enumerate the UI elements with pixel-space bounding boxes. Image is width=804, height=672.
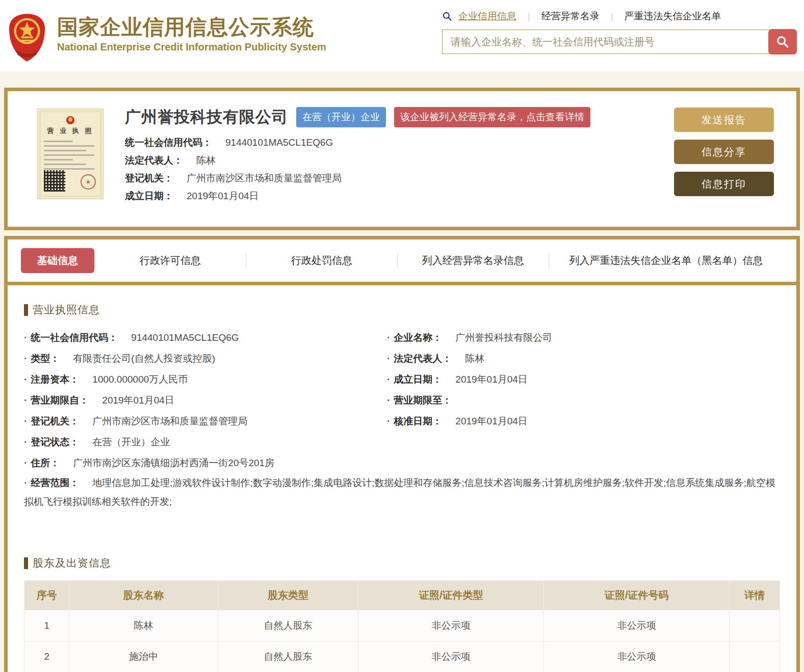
- company-name: 广州誉投科技有限公司: [125, 106, 288, 128]
- section-license-info: 营业执照信息: [24, 303, 780, 317]
- section-bar: [24, 304, 28, 316]
- site-title-zh: 国家企业信用信息公示系统: [57, 15, 326, 39]
- tab-basic-info[interactable]: 基础信息: [21, 248, 94, 273]
- field-legal-rep: 法定代表人： 陈林: [125, 154, 653, 172]
- print-info-button[interactable]: 信息打印: [674, 172, 774, 196]
- header-right: 企业信用信息 | 经营异常名录 | 严重违法失信企业名单: [442, 4, 799, 71]
- license-row: 注册资本：1000.000000万人民币 成立日期：2019年01月04日: [24, 369, 780, 390]
- nav-separator: |: [528, 11, 530, 22]
- tab-blacklist[interactable]: 列入严重违法失信企业名单（黑名单）信息: [569, 254, 763, 267]
- field-registration-authority: 登记机关： 广州市南沙区市场和质量监督管理局: [125, 172, 653, 190]
- site-header: 国家企业信用信息公示系统 National Enterprise Credit …: [0, 0, 804, 71]
- header-cert-number: 证照/证件号码: [544, 581, 730, 610]
- search-button[interactable]: [768, 29, 797, 55]
- shareholder-section: 股东及出资信息 序号 股东名称 股东类型 证照/证件类型 证照/证件号码 详情: [24, 556, 780, 672]
- header-cert-type: 证照/证件类型: [358, 581, 544, 610]
- brand-titles: 国家企业信用信息公示系统 National Enterprise Credit …: [57, 15, 326, 60]
- license-emblem-icon: [66, 116, 74, 124]
- send-report-button[interactable]: 发送报告: [674, 107, 774, 132]
- header-index: 序号: [24, 581, 69, 610]
- page-root: 国家企业信用信息公示系统 National Enterprise Credit …: [0, 0, 804, 672]
- license-row-business-scope: 经营范围：地理信息加工处理;游戏软件设计制作;数字动漫制作;集成电路设计;数据处…: [24, 473, 780, 511]
- shareholder-table: 序号 股东名称 股东类型 证照/证件类型 证照/证件号码 详情 1 陈林 自然人: [24, 580, 780, 672]
- nav-link-abnormal-list[interactable]: 经营异常名录: [541, 10, 600, 23]
- license-row: 登记状态：在营（开业）企业: [24, 432, 780, 452]
- nav-link-enterprise-credit[interactable]: 企业信用信息: [458, 10, 516, 23]
- table-row: 1 陈林 自然人股东 非公示项 非公示项: [24, 610, 780, 641]
- national-emblem-logo: [7, 12, 47, 63]
- status-badge: 在营（开业）企业: [296, 107, 386, 127]
- nav-link-blacklist[interactable]: 严重违法失信企业名单: [624, 10, 721, 23]
- search-bar: [442, 30, 797, 55]
- search-icon: [442, 11, 452, 21]
- section-bar: [24, 557, 28, 569]
- company-info: 广州誉投科技有限公司 在营（开业）企业 该企业被列入经营异常名录，点击查看详情 …: [125, 104, 653, 213]
- tab-bar: 基础信息 行政许可信息 行政处罚信息 列入经营异常名录信息 列入严重违法失信企业…: [8, 239, 796, 282]
- field-credit-code: 统一社会信用代码： 91440101MA5CL1EQ6G: [125, 136, 653, 154]
- header-shareholder-name: 股东名称: [69, 581, 218, 610]
- license-row: 登记机关：广州市南沙区市场和质量监督管理局 核准日期：2019年01月04日: [24, 411, 780, 432]
- site-title-en: National Enterprise Credit Information P…: [57, 41, 326, 53]
- license-qr-code: [44, 170, 65, 192]
- table-header-row: 序号 股东名称 股东类型 证照/证件类型 证照/证件号码 详情: [24, 581, 780, 610]
- search-input[interactable]: [442, 30, 770, 54]
- header-shareholder-type: 股东类型: [218, 581, 358, 610]
- abnormal-warning-badge[interactable]: 该企业被列入经营异常名录，点击查看详情: [394, 107, 590, 127]
- license-text-lines: [44, 141, 97, 170]
- company-summary-card: 营 业 执 照 ★ 广州誉投科技有限公司 在营（开业）企业 该企业被列入经营异常…: [4, 88, 800, 230]
- share-info-button[interactable]: 信息分享: [674, 140, 774, 164]
- tab-abnormal-list[interactable]: 列入经营异常名录信息: [422, 254, 524, 267]
- tab-admin-penalty[interactable]: 行政处罚信息: [291, 254, 352, 267]
- header-nav: 企业信用信息 | 经营异常名录 | 严重违法失信企业名单: [442, 8, 797, 24]
- license-row: 类型：有限责任公司(自然人投资或控股) 法定代表人：陈林: [24, 348, 780, 369]
- section-shareholders: 股东及出资信息: [24, 556, 780, 570]
- license-row: 住所：广州市南沙区东涌镇细沥村西涌一街20号201房: [24, 452, 780, 473]
- brand: 国家企业信用信息公示系统 National Enterprise Credit …: [5, 4, 326, 71]
- license-row: 营业期限自：2019年01月04日 营业期限至：: [24, 390, 780, 411]
- field-establish-date: 成立日期： 2019年01月04日: [125, 190, 653, 207]
- license-title: 营 业 执 照: [44, 126, 97, 136]
- action-buttons: 发送报告 信息分享 信息打印: [674, 104, 774, 213]
- detail-card: 基础信息 行政许可信息 行政处罚信息 列入经营异常名录信息 列入严重违法失信企业…: [4, 236, 800, 672]
- tab-admin-license[interactable]: 行政许可信息: [140, 254, 201, 267]
- license-seal-icon: ★: [81, 174, 96, 190]
- header-detail: 详情: [730, 581, 780, 610]
- search-button-icon: [775, 35, 790, 49]
- table-row: 2 施治中 自然人股东 非公示项 非公示项: [24, 641, 780, 672]
- tab-content: 营业执照信息 统一社会信用代码：91440101MA5CL1EQ6G 企业名称：…: [8, 282, 796, 672]
- license-row: 统一社会信用代码：91440101MA5CL1EQ6G 企业名称：广州誉投科技有…: [24, 327, 780, 348]
- business-license-image: 营 业 执 照 ★: [37, 109, 103, 199]
- nav-separator: |: [611, 11, 613, 22]
